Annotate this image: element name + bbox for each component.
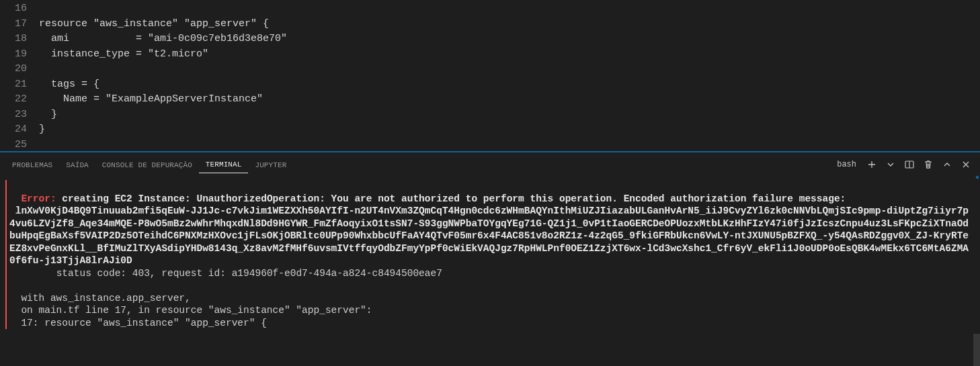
terminal-body[interactable]: Error: creating EC2 Instance: Unauthoriz… <box>0 176 980 366</box>
tab-saida[interactable]: SAÍDA <box>59 156 95 173</box>
close-panel-button[interactable] <box>958 157 973 172</box>
line-number: 22 <box>0 92 27 107</box>
code-line[interactable]: Name = "ExampleAppServerInstance" <box>39 92 980 107</box>
error-message: creating EC2 Instance: UnauthorizedOpera… <box>56 193 846 204</box>
terminal-scroll-indicator <box>976 176 979 179</box>
panel-tabs: PROBLEMAS SAÍDA CONSOLE DE DEPURAÇÃO TER… <box>0 152 980 176</box>
line-number: 16 <box>0 1 27 17</box>
context-with-line: with aws_instance.app_server, <box>9 292 973 305</box>
code-line[interactable]: tags = { <box>39 77 980 93</box>
chevron-down-icon[interactable] <box>883 157 898 172</box>
error-tag <box>9 193 21 204</box>
tab-jupyter[interactable]: JUPYTER <box>248 156 293 173</box>
code-line[interactable]: instance_type = "t2.micro" <box>39 47 980 62</box>
error-label: Error: <box>21 193 56 204</box>
terminal-output: Error: creating EC2 Instance: Unauthoriz… <box>5 180 973 329</box>
line-number: 20 <box>0 62 27 77</box>
new-terminal-button[interactable] <box>864 157 879 172</box>
code-line[interactable] <box>39 1 980 17</box>
terminal-panel: PROBLEMAS SAÍDA CONSOLE DE DEPURAÇÃO TER… <box>0 152 980 366</box>
context-file-line: on main.tf line 17, in resource "aws_ins… <box>9 304 973 317</box>
line-number: 21 <box>0 77 27 93</box>
encoded-failure-message: lnXwV0KjD4BQ9Tinuuab2mfi5qEuW-JJ1Jc-c7vk… <box>9 205 973 267</box>
status-code-line: status code: 403, request id: a194960f-e… <box>9 267 973 280</box>
code-line[interactable]: resource "aws_instance" "app_server" { <box>39 17 980 32</box>
editor-code[interactable]: resource "aws_instance" "app_server" { a… <box>39 0 980 151</box>
tab-console-depuracao[interactable]: CONSOLE DE DEPURAÇÃO <box>95 156 199 173</box>
tab-terminal[interactable]: TERMINAL <box>199 155 249 173</box>
maximize-panel-button[interactable] <box>940 157 954 172</box>
line-number: 24 <box>0 122 27 138</box>
editor-area: 16171819202122232425 resource "aws_insta… <box>0 0 980 151</box>
terminal-scrollbar[interactable] <box>973 334 980 366</box>
shell-name: bash <box>837 160 856 169</box>
line-number: 23 <box>0 107 27 123</box>
code-line[interactable] <box>39 138 980 152</box>
split-terminal-button[interactable] <box>902 157 917 172</box>
terminal-profile-selector[interactable]: bash <box>829 158 860 171</box>
code-line[interactable]: } <box>39 107 980 123</box>
editor-gutter: 16171819202122232425 <box>0 0 39 151</box>
code-line[interactable] <box>39 62 980 77</box>
code-line[interactable]: } <box>39 122 980 138</box>
line-number: 18 <box>0 32 27 47</box>
code-line[interactable]: ami = "ami-0c09c7eb16d3e8e70" <box>39 32 980 47</box>
panel-actions: bash <box>829 157 980 172</box>
context-code-line: 17: resource "aws_instance" "app_server"… <box>9 317 973 330</box>
kill-terminal-button[interactable] <box>921 157 936 172</box>
line-number: 19 <box>0 47 27 62</box>
line-number: 17 <box>0 17 27 32</box>
tab-problemas[interactable]: PROBLEMAS <box>5 156 59 173</box>
line-number: 25 <box>0 138 27 152</box>
